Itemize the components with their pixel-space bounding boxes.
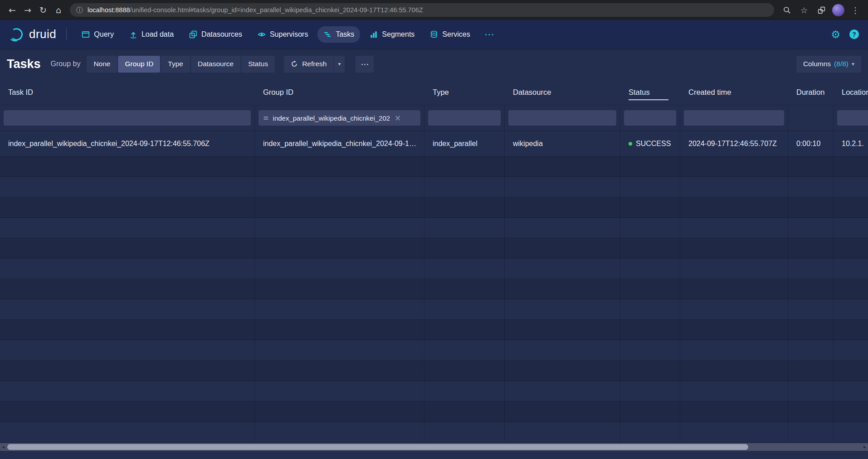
- nav-item-segments[interactable]: Segments: [364, 26, 420, 43]
- more-actions-button[interactable]: ⋯: [356, 56, 374, 73]
- table-cell-empty: [620, 299, 680, 319]
- column-header-created-time[interactable]: Created time: [680, 79, 788, 105]
- address-bar[interactable]: ⓘ localhost:8888/unified-console.html#ta…: [70, 3, 774, 17]
- header-divider: [66, 29, 67, 40]
- zoom-icon[interactable]: [780, 4, 793, 16]
- group-by-datasource-button[interactable]: Datasource: [191, 56, 240, 73]
- table-cell-empty: [0, 218, 255, 238]
- group-by-status-button[interactable]: Status: [241, 56, 275, 73]
- browser-back-button[interactable]: ←: [5, 2, 20, 18]
- help-icon[interactable]: ?: [849, 29, 859, 39]
- table-cell-empty: [505, 361, 620, 381]
- scrollbar-thumb[interactable]: [7, 444, 748, 450]
- column-header-location[interactable]: Location: [834, 79, 868, 105]
- table-row-task[interactable]: index_parallel_wikipedia_chicnkei_2024-0…: [0, 131, 868, 156]
- horizontal-scrollbar[interactable]: ◂ ▸: [0, 443, 868, 451]
- table-cell-empty: [834, 197, 868, 217]
- browser-actions: ☆ ⋮: [780, 4, 863, 16]
- table-cell-empty: [788, 259, 834, 278]
- table-cell-empty: [0, 340, 255, 360]
- column-header-type[interactable]: Type: [424, 79, 505, 105]
- refresh-button[interactable]: Refresh: [284, 56, 333, 73]
- column-header-datasource[interactable]: Datasource: [505, 79, 620, 105]
- created-time-filter-input[interactable]: [684, 110, 784, 126]
- filter-cell-location: [834, 105, 868, 131]
- column-header-task-id[interactable]: Task ID: [0, 79, 255, 105]
- nav-item-tasks[interactable]: Tasks: [317, 26, 360, 43]
- table-row-empty: [0, 299, 868, 320]
- table-cell-empty: [0, 259, 255, 278]
- table-cell-empty: [680, 259, 788, 278]
- nav-label: Services: [442, 30, 470, 39]
- table-cell-empty: [680, 381, 788, 401]
- column-header-status[interactable]: Status: [620, 79, 680, 105]
- nav-item-datasources[interactable]: Datasources: [183, 26, 248, 43]
- columns-button[interactable]: Columns (8/8) ▾: [796, 56, 861, 73]
- table-cell-empty: [0, 299, 255, 319]
- table-cell-empty: [505, 238, 620, 258]
- table-cell-empty: [834, 320, 868, 340]
- table-row-empty: [0, 422, 868, 442]
- table-cell-empty: [788, 320, 834, 340]
- extensions-icon[interactable]: [815, 4, 828, 16]
- table-cell-empty: [424, 177, 505, 197]
- table-cell-empty: [834, 259, 868, 278]
- nav-item-load-data[interactable]: Load data: [123, 26, 180, 43]
- table-cell-empty: [255, 361, 424, 381]
- table-cell-empty: [424, 218, 505, 238]
- table-cell-empty: [620, 238, 680, 258]
- table-row-empty: [0, 218, 868, 238]
- table-cell-empty: [255, 340, 424, 360]
- zoom-icon: [783, 6, 791, 14]
- table-cell-empty: [834, 218, 868, 238]
- nav-item-services[interactable]: Services: [424, 26, 476, 43]
- table-cell-empty: [680, 340, 788, 360]
- gear-icon[interactable]: ⚙: [831, 29, 840, 40]
- nav-label: Query: [94, 30, 114, 39]
- column-header-group-id[interactable]: Group ID: [255, 79, 424, 105]
- table-cell-empty: [255, 156, 424, 176]
- site-info-icon[interactable]: ⓘ: [76, 6, 83, 15]
- table-cell-empty: [680, 197, 788, 217]
- scroll-right-icon[interactable]: ▸: [862, 443, 868, 451]
- remove-filter-icon[interactable]: ×: [395, 113, 401, 122]
- cell-task-id: index_parallel_wikipedia_chicnkei_2024-0…: [0, 131, 255, 156]
- table-cell-empty: [620, 422, 680, 442]
- table-cell-empty: [680, 361, 788, 381]
- group-by-none-button[interactable]: None: [87, 56, 117, 73]
- nav-item-supervisors[interactable]: Supervisors: [252, 26, 314, 43]
- table-cell-empty: [0, 401, 255, 421]
- table-row-empty: [0, 177, 868, 197]
- table-cell-empty: [788, 361, 834, 381]
- browser-forward-button[interactable]: →: [20, 2, 35, 18]
- group-id-filter-chip[interactable]: ≡ index_parallel_wikipedia_chicnkei_202 …: [258, 110, 420, 126]
- browser-reload-button[interactable]: ↻: [35, 2, 51, 18]
- table-cell-empty: [505, 197, 620, 217]
- group-by-type-button[interactable]: Type: [161, 56, 190, 73]
- nav-more-icon[interactable]: ⋯: [480, 27, 499, 42]
- type-filter-input[interactable]: [428, 110, 501, 126]
- group-by-label: Group by: [51, 60, 81, 68]
- supervisors-icon: [258, 30, 266, 39]
- table-cell-empty: [255, 238, 424, 258]
- location-filter-input[interactable]: [837, 110, 868, 126]
- druid-logo[interactable]: druid: [9, 27, 56, 42]
- table-filter-row: ≡ index_parallel_wikipedia_chicnkei_202 …: [0, 105, 868, 131]
- refresh-interval-dropdown[interactable]: ▾: [334, 56, 345, 73]
- datasource-filter-input[interactable]: [508, 110, 616, 126]
- bookmark-star-icon[interactable]: ☆: [798, 4, 810, 16]
- table-cell-empty: [788, 340, 834, 360]
- column-header-duration[interactable]: Duration: [788, 79, 834, 105]
- group-by-group-id-button[interactable]: Group ID: [118, 56, 160, 73]
- scroll-left-icon[interactable]: ◂: [0, 443, 6, 451]
- cell-status: SUCCESS: [620, 131, 680, 156]
- browser-menu-icon[interactable]: ⋮: [849, 4, 862, 16]
- table-cell-empty: [788, 238, 834, 258]
- status-filter-input[interactable]: [624, 110, 676, 126]
- browser-home-button[interactable]: ⌂: [51, 2, 66, 18]
- table-cell-empty: [505, 259, 620, 278]
- task-id-filter-input[interactable]: [4, 110, 251, 126]
- profile-avatar[interactable]: [832, 4, 844, 16]
- nav-item-query[interactable]: Query: [76, 26, 120, 43]
- nav-label: Load data: [141, 30, 174, 39]
